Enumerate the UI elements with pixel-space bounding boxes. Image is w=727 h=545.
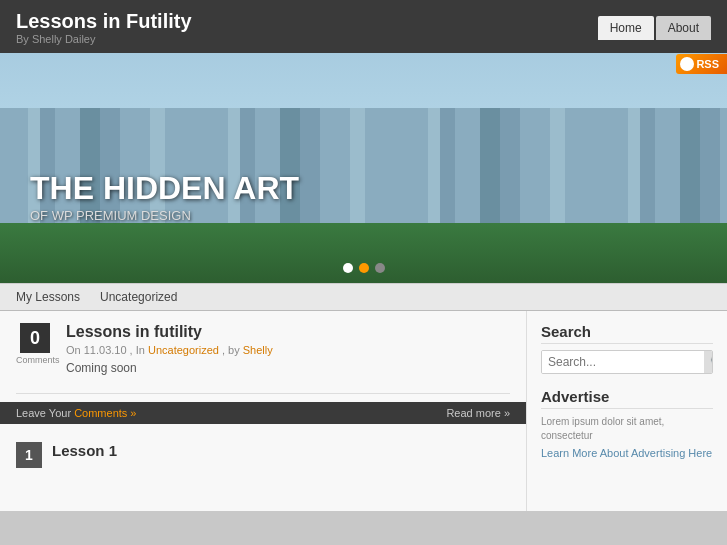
stub-title[interactable]: Lesson 1 xyxy=(52,442,117,468)
slider-dot-1[interactable] xyxy=(343,263,353,273)
advertise-link[interactable]: Learn More About Advertising Here xyxy=(541,447,713,459)
slider-heading: THE HIDDEN ART xyxy=(30,171,299,206)
sub-navigation: My Lessons Uncategorized xyxy=(0,283,727,311)
post-excerpt: Coming soon xyxy=(66,361,510,375)
main-nav: Home About xyxy=(598,10,711,40)
header: Lessons in Futility By Shelly Dailey Hom… xyxy=(0,0,727,53)
leave-comment: Leave Your Comments » xyxy=(16,407,136,419)
search-box: 🔍 xyxy=(541,350,713,374)
post-author[interactable]: Shelly xyxy=(243,344,273,356)
read-more-link[interactable]: Read more » xyxy=(446,407,510,419)
hero-slider: THE HIDDEN ART OF WP PREMIUM DESIGN xyxy=(0,53,727,283)
rss-label: RSS xyxy=(696,58,719,70)
advertise-text: Lorem ipsum dolor sit amet, consectetur xyxy=(541,415,713,443)
post-category[interactable]: Uncategorized xyxy=(148,344,219,356)
post-meta-left: 0 Comments xyxy=(16,323,54,365)
slider-caption: THE HIDDEN ART OF WP PREMIUM DESIGN xyxy=(30,171,299,223)
slider-subheading: OF WP PREMIUM DESIGN xyxy=(30,208,299,223)
read-more: Read more » xyxy=(446,407,510,419)
sub-nav-uncategorized[interactable]: Uncategorized xyxy=(100,284,177,310)
stub-count: 1 xyxy=(16,442,42,468)
nav-item-about[interactable]: About xyxy=(656,16,711,40)
site-title-block: Lessons in Futility By Shelly Dailey xyxy=(16,10,192,53)
comment-label: Comments xyxy=(16,355,54,365)
sidebar-column: Search 🔍 Advertise Lorem ipsum dolor sit… xyxy=(527,311,727,511)
advertise-heading: Advertise xyxy=(541,388,713,409)
main-area: 0 Comments Lessons in futility On 11.03.… xyxy=(0,311,727,511)
site-tagline: By Shelly Dailey xyxy=(16,33,192,45)
slider-pagination xyxy=(343,263,385,273)
slider-dot-2[interactable] xyxy=(359,263,369,273)
rss-badge[interactable]: RSS xyxy=(676,54,727,74)
post-info: On 11.03.10 , In Uncategorized , by Shel… xyxy=(66,344,510,356)
search-heading: Search xyxy=(541,323,713,344)
content-column: 0 Comments Lessons in futility On 11.03.… xyxy=(0,311,527,511)
search-button[interactable]: 🔍 xyxy=(704,351,713,373)
post-title[interactable]: Lessons in futility xyxy=(66,323,510,341)
post-stub: 1 Lesson 1 xyxy=(16,434,510,468)
sub-nav-my-lessons[interactable]: My Lessons xyxy=(16,284,80,310)
site-title: Lessons in Futility xyxy=(16,10,192,33)
search-input[interactable] xyxy=(542,351,704,373)
post-date: 11.03.10 xyxy=(84,344,127,356)
comment-count: 0 xyxy=(20,323,50,353)
post-item: 0 Comments Lessons in futility On 11.03.… xyxy=(16,323,510,394)
advertise-section: Advertise Lorem ipsum dolor sit amet, co… xyxy=(541,388,713,459)
nav-item-home[interactable]: Home xyxy=(598,16,654,40)
search-section: Search 🔍 xyxy=(541,323,713,374)
post-footer: Leave Your Comments » Read more » xyxy=(0,402,526,424)
comments-link[interactable]: Comments » xyxy=(74,407,136,419)
slider-dot-3[interactable] xyxy=(375,263,385,273)
